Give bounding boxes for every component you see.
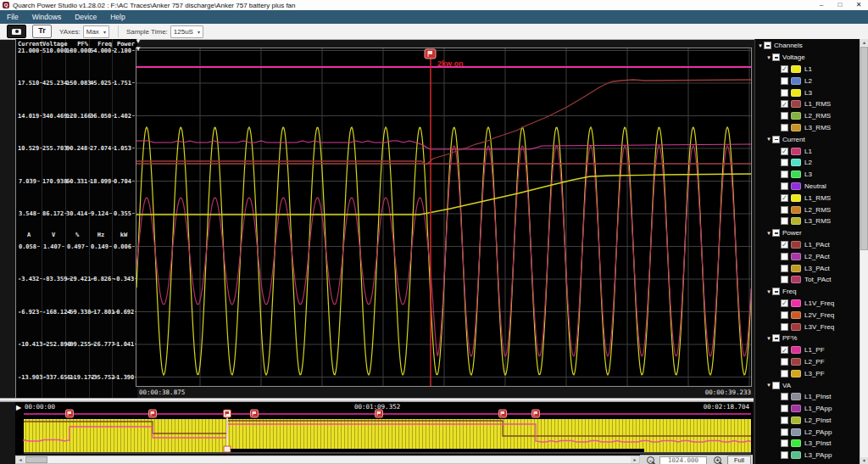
channel-checkbox[interactable] <box>781 370 788 377</box>
channel-group-channels[interactable]: ▾Channels <box>755 40 860 52</box>
channel-checkbox[interactable] <box>781 311 788 319</box>
channel-color-swatch[interactable] <box>791 148 801 155</box>
channel-checkbox[interactable] <box>781 416 788 424</box>
screenshot-button[interactable] <box>7 25 26 38</box>
channel-color-swatch[interactable] <box>791 159 801 166</box>
channel-item-va-l2-pinst[interactable]: L2_PInst <box>755 415 860 427</box>
channel-item-voltage-l1-rms[interactable]: L1_RMS <box>755 98 860 110</box>
channel-item-power-tot-pact[interactable]: Tot_PAct <box>755 274 860 286</box>
channel-item-current-l1-rms[interactable]: L1_RMS <box>755 192 860 204</box>
close-button[interactable]: ✕ <box>849 0 868 10</box>
channel-item-va-l1-papp[interactable]: L1_PApp <box>755 403 860 415</box>
group-checkbox[interactable] <box>764 42 771 49</box>
channel-color-swatch[interactable] <box>791 358 801 366</box>
scroll-up-icon[interactable]: ▴ <box>860 39 868 46</box>
y-pan-arrow-icon[interactable]: ▼ <box>135 38 142 45</box>
scroll-right-icon[interactable]: ▸ <box>631 456 639 463</box>
channel-color-swatch[interactable] <box>791 217 801 225</box>
menu-windows[interactable]: Windows <box>25 10 68 24</box>
channel-group-voltage[interactable]: ▾Voltage <box>755 52 860 64</box>
channel-item-current-l2[interactable]: L2 <box>755 157 860 169</box>
channel-color-swatch[interactable] <box>791 171 801 178</box>
group-checkbox[interactable] <box>772 334 780 342</box>
channel-group-pf[interactable]: ▾PF% <box>755 333 860 344</box>
channel-color-swatch[interactable] <box>791 194 801 202</box>
channel-checkbox[interactable] <box>781 77 788 85</box>
channel-group-current[interactable]: ▾Current <box>755 133 860 145</box>
channel-checkbox[interactable] <box>781 393 788 400</box>
channel-color-swatch[interactable] <box>791 439 801 447</box>
channel-item-power-l2-pact[interactable]: L2_PAct <box>755 250 860 262</box>
menu-file[interactable]: File <box>0 10 25 24</box>
channel-color-swatch[interactable] <box>791 370 801 377</box>
channel-item-va-l3-papp[interactable]: L3_PApp <box>755 450 860 461</box>
channel-item-voltage-l2-rms[interactable]: L2_RMS <box>755 110 860 122</box>
channel-group-power[interactable]: ▾Power <box>755 227 860 239</box>
menu-device[interactable]: Device <box>68 10 103 24</box>
channel-checkbox[interactable] <box>781 439 788 447</box>
channel-checkbox[interactable] <box>781 265 788 272</box>
sample-time-dropdown[interactable]: 125uS ▾ <box>170 25 203 38</box>
channel-color-swatch[interactable] <box>791 77 801 85</box>
channel-item-voltage-l3-rms[interactable]: L3_RMS <box>755 122 860 134</box>
channel-item-va-l2-papp[interactable]: L2_PApp <box>755 426 860 438</box>
waveform-plot[interactable]: 2kw on <box>136 48 752 387</box>
channel-item-pf-l1-pf[interactable]: L1_PF <box>755 344 860 356</box>
expand-arrow-icon[interactable]: ▾ <box>765 288 772 295</box>
channel-color-swatch[interactable] <box>791 206 801 214</box>
channel-item-voltage-l2[interactable]: L2 <box>755 75 860 87</box>
menu-help[interactable]: Help <box>103 10 131 24</box>
channel-checkbox[interactable] <box>781 253 788 260</box>
overview-marker-flag[interactable] <box>149 410 157 417</box>
channel-checkbox[interactable] <box>781 299 788 307</box>
channel-item-voltage-l1[interactable]: L1 <box>755 64 860 75</box>
zoom-in-icon[interactable]: + <box>714 456 721 464</box>
group-checkbox[interactable] <box>772 136 780 143</box>
channel-item-pf-l2-pf[interactable]: L2_PF <box>755 356 860 368</box>
channel-item-current-l3[interactable]: L3 <box>755 169 860 181</box>
channel-color-swatch[interactable] <box>791 100 801 108</box>
marker-flag-icon[interactable] <box>425 49 436 59</box>
overview-strip[interactable]: ▶ 00:00:00 00:01:09.352 00:02:18.704 <box>15 402 753 455</box>
scroll-left-icon[interactable]: ◂ <box>16 456 25 463</box>
expand-arrow-icon[interactable]: ▾ <box>757 42 764 49</box>
channel-item-power-l3-pact[interactable]: L3_PAct <box>755 262 860 274</box>
channel-color-swatch[interactable] <box>791 265 801 272</box>
channel-item-freq-l1v-freq[interactable]: L1V_Freq <box>755 298 860 310</box>
channel-color-swatch[interactable] <box>791 89 801 97</box>
channel-item-va-l3-pinst[interactable]: L3_PInst <box>755 438 860 450</box>
channel-item-power-l1-pact[interactable]: L1_PAct <box>755 239 860 251</box>
channel-checkbox[interactable] <box>781 217 788 225</box>
channel-color-swatch[interactable] <box>791 253 801 260</box>
channel-color-swatch[interactable] <box>791 299 801 307</box>
channel-checkbox[interactable] <box>781 124 788 131</box>
horizontal-scrollbar[interactable]: ◂ ▸ <box>15 456 640 464</box>
group-checkbox[interactable] <box>772 53 780 61</box>
expand-arrow-icon[interactable]: ▾ <box>765 335 772 342</box>
channel-item-current-neutral[interactable]: Neutral <box>755 181 860 193</box>
channel-checkbox[interactable] <box>781 148 788 155</box>
yaxes-dropdown[interactable]: Max ▾ <box>83 25 109 38</box>
channel-color-swatch[interactable] <box>791 428 801 436</box>
zoom-level-field[interactable]: 1024.000 <box>659 456 707 464</box>
scrollbar-thumb[interactable] <box>860 47 868 250</box>
channel-item-freq-l2v-freq[interactable]: L2V_Freq <box>755 309 860 321</box>
channel-color-swatch[interactable] <box>791 323 801 331</box>
channel-item-voltage-l3[interactable]: L3 <box>755 87 860 98</box>
channel-color-swatch[interactable] <box>791 311 801 319</box>
channel-checkbox[interactable] <box>781 100 788 108</box>
channel-checkbox[interactable] <box>781 241 788 249</box>
channel-color-swatch[interactable] <box>791 276 801 283</box>
channel-color-swatch[interactable] <box>791 65 801 73</box>
scroll-down-icon[interactable]: ▾ <box>860 457 868 464</box>
channel-item-current-l3-rms[interactable]: L3_RMS <box>755 215 860 227</box>
overview-marker-flag[interactable] <box>532 410 540 417</box>
channel-item-pf-l3-pf[interactable]: L3_PF <box>755 367 860 379</box>
scrollbar-thumb[interactable] <box>25 456 47 463</box>
expand-arrow-icon[interactable]: ▾ <box>765 230 772 237</box>
zoom-out-icon[interactable]: - <box>647 456 654 464</box>
channel-color-swatch[interactable] <box>791 416 801 424</box>
group-checkbox[interactable] <box>772 229 780 237</box>
group-checkbox[interactable] <box>772 288 780 295</box>
sidebar-scrollbar[interactable]: ▴ ▾ <box>860 39 868 464</box>
